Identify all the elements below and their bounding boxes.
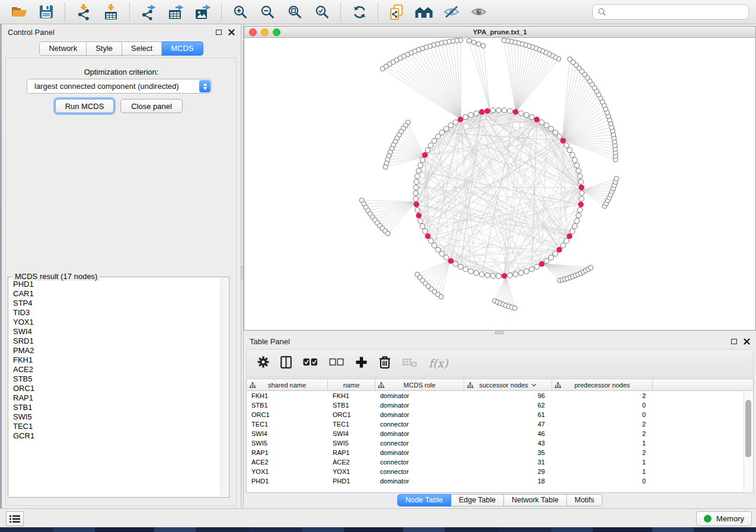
cell: dominator: [375, 392, 464, 399]
export-network-icon[interactable]: [136, 2, 160, 21]
refresh-layout-icon[interactable]: [347, 2, 371, 21]
close-panel-icon[interactable]: [228, 29, 235, 36]
zoom-in-icon[interactable]: [228, 2, 252, 21]
cell: dominator: [375, 411, 464, 418]
table-row-SWI5[interactable]: SWI5SWI5connector431: [247, 438, 743, 448]
mcds-node-item[interactable]: TID3: [9, 308, 220, 318]
hide-selected-eye-icon[interactable]: [439, 2, 463, 21]
mcds-node-item[interactable]: PMA2: [9, 346, 220, 355]
table-row-STB1[interactable]: STB1STB1dominator620: [247, 400, 743, 410]
close-window-icon[interactable]: [249, 28, 257, 36]
mcds-node-item[interactable]: ORC1: [9, 384, 220, 393]
export-image-icon[interactable]: [191, 2, 215, 21]
cell: STB1: [247, 402, 328, 409]
table-row-ORC1[interactable]: ORC1ORC1dominator610: [247, 410, 743, 419]
cell: RAP1: [247, 449, 328, 456]
open-session-icon[interactable]: [7, 2, 31, 21]
select-all-rows-icon[interactable]: [303, 358, 318, 368]
mcds-node-item[interactable]: CAR1: [9, 289, 220, 299]
mcds-node-item[interactable]: SWI4: [9, 327, 220, 336]
tab-select[interactable]: Select: [122, 41, 162, 56]
zoom-out-icon[interactable]: [256, 2, 279, 21]
mcds-node-item[interactable]: ACE2: [9, 365, 220, 374]
zoom-selected-icon[interactable]: [310, 2, 334, 21]
cell: 35: [464, 449, 552, 456]
export-table-icon[interactable]: [164, 2, 187, 21]
maximize-window-icon[interactable]: [273, 28, 280, 36]
horizontal-splitter[interactable]: [244, 331, 756, 335]
float-panel-icon[interactable]: [216, 30, 222, 35]
mcds-node-item[interactable]: SRD1: [9, 336, 220, 346]
network-canvas[interactable]: [244, 38, 755, 330]
cell: 62: [464, 402, 552, 409]
mcds-node-item[interactable]: RAP1: [9, 393, 220, 403]
criterion-value: largest connected component (undirected): [27, 82, 199, 91]
tab-motifs[interactable]: Motifs: [567, 494, 602, 507]
column-header-predecessor-nodes[interactable]: predecessor nodes: [552, 379, 653, 391]
split-columns-icon[interactable]: [280, 356, 292, 371]
list-icon: [9, 515, 20, 523]
network-window-titlebar[interactable]: YPA_prune.txt_1: [244, 27, 755, 38]
close-panel-button[interactable]: Close panel: [120, 99, 183, 113]
table-settings-gear-icon[interactable]: [257, 356, 269, 370]
mcds-node-item[interactable]: STB5: [9, 374, 220, 384]
table-row-YOX1[interactable]: YOX1YOX1connector291: [247, 467, 743, 476]
copy-network-icon[interactable]: [385, 2, 409, 21]
mcds-node-item[interactable]: FKH1: [9, 355, 220, 365]
task-history-button[interactable]: [6, 511, 24, 526]
table-row-ACE2[interactable]: ACE2ACE2connector311: [247, 457, 743, 467]
tab-network-table[interactable]: Network Table: [504, 494, 567, 507]
tab-mcds[interactable]: MCDS: [162, 41, 203, 56]
save-session-icon[interactable]: [34, 2, 58, 21]
delete-columns-trash-icon[interactable]: [379, 355, 391, 371]
clear-row-selection-icon[interactable]: [329, 358, 344, 368]
search-input[interactable]: [610, 8, 744, 17]
column-header-shared-name[interactable]: shared name: [247, 379, 328, 391]
tab-network[interactable]: Network: [39, 41, 87, 56]
mcds-node-item[interactable]: PHD1: [9, 280, 220, 289]
cell: ORC1: [247, 411, 328, 418]
mcds-node-item[interactable]: TEC1: [9, 422, 220, 431]
optimization-criterion-label: Optimization criterion:: [4, 68, 239, 76]
table-scrollbar[interactable]: [744, 392, 752, 492]
table-panel-title: Table Panel: [250, 337, 290, 346]
table-row-TEC1[interactable]: TEC1TEC1connector472: [247, 419, 743, 429]
show-all-eye-icon[interactable]: [467, 2, 490, 21]
node-table: shared namenameMCDS rolesuccessor nodesp…: [246, 379, 754, 493]
mcds-list-scrollbar[interactable]: [221, 278, 228, 496]
first-neighbors-icon[interactable]: [412, 2, 436, 21]
import-table-icon[interactable]: [99, 2, 123, 21]
cell: 0: [552, 402, 653, 409]
float-panel-icon[interactable]: [731, 339, 737, 344]
criterion-dropdown[interactable]: largest connected component (undirected): [27, 79, 212, 94]
tab-style[interactable]: Style: [87, 41, 122, 56]
cell: dominator: [375, 449, 464, 456]
table-row-RAP1[interactable]: RAP1RAP1dominator352: [247, 448, 743, 457]
tab-edge-table[interactable]: Edge Table: [451, 494, 504, 507]
cell: FKH1: [247, 392, 328, 399]
table-row-SWI4[interactable]: SWI4SWI4dominator462: [247, 429, 743, 438]
splitter-grip[interactable]: [495, 331, 503, 334]
mcds-node-item[interactable]: STP4: [9, 299, 220, 308]
mcds-node-item[interactable]: SWI5: [9, 412, 220, 422]
mcds-node-item[interactable]: STB1: [9, 403, 220, 412]
zoom-fit-icon[interactable]: [283, 2, 307, 21]
tab-node-table[interactable]: Node Table: [397, 494, 451, 507]
memory-button[interactable]: Memory: [696, 511, 752, 526]
mcds-node-item[interactable]: GCR1: [9, 431, 220, 441]
table-row-FKH1[interactable]: FKH1FKH1dominator962: [247, 391, 743, 400]
column-header-MCDS-role[interactable]: MCDS role: [375, 379, 464, 391]
table-scrollbar-thumb[interactable]: [745, 400, 751, 457]
cell: connector: [375, 421, 464, 428]
table-row-PHD1[interactable]: PHD1PHD1dominator180: [247, 476, 743, 486]
column-header-name[interactable]: name: [328, 379, 375, 391]
mcds-node-item[interactable]: YOX1: [9, 318, 220, 327]
import-network-icon[interactable]: [72, 2, 95, 21]
run-mcds-button[interactable]: Run MCDS: [55, 99, 114, 113]
network-graph[interactable]: [244, 38, 755, 330]
column-header-successor-nodes[interactable]: successor nodes: [464, 379, 552, 391]
close-panel-icon[interactable]: [744, 338, 750, 345]
add-column-icon[interactable]: [355, 356, 368, 371]
search-box[interactable]: [592, 4, 749, 20]
minimize-window-icon[interactable]: [261, 28, 269, 36]
